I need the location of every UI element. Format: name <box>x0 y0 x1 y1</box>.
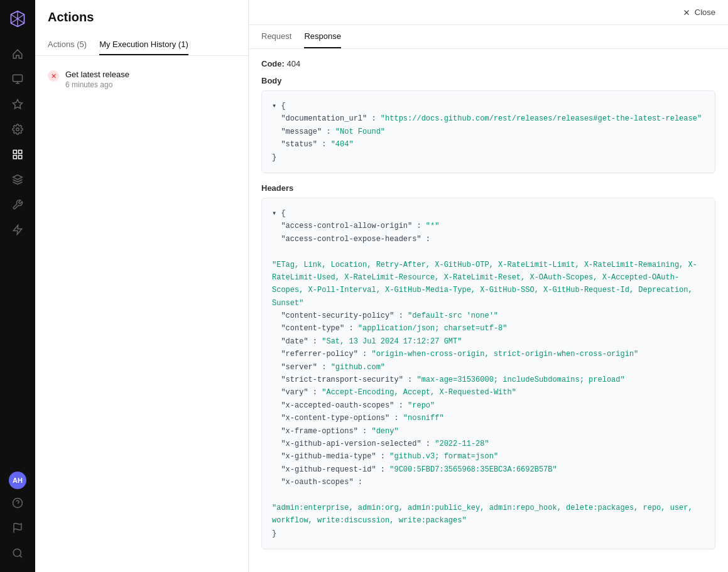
h-aceh-key: "access-control-expose-headers" <box>281 235 421 244</box>
main-content: Actions Actions (5) My Execution History… <box>35 0 728 572</box>
close-button[interactable]: Close <box>682 8 715 17</box>
sidebar-item-build[interactable] <box>6 193 29 216</box>
tab-response[interactable]: Response <box>304 25 341 48</box>
status-code-label: Code: 404 <box>261 59 715 68</box>
h-xgri-val: "9C00:5FBD7:3565968:35EBC3A:6692B57B" <box>389 465 557 474</box>
sidebar-item-settings[interactable] <box>6 118 29 141</box>
left-panel: Actions Actions (5) My Execution History… <box>35 0 249 572</box>
h-rp-key: "referrer-policy" <box>281 350 357 359</box>
body-code-block: ▾ { "documentation_url" : "https://docs.… <box>261 90 715 173</box>
svg-rect-6 <box>13 156 16 159</box>
sidebar-item-deploy[interactable] <box>6 168 29 191</box>
sidebar-item-search[interactable] <box>6 542 29 564</box>
doc-url-val: "https://docs.github.com/rest/releases/r… <box>381 114 702 123</box>
logo[interactable] <box>6 8 29 30</box>
avatar[interactable]: AH <box>9 472 26 489</box>
sidebar-bottom: AH <box>6 472 29 564</box>
h-rp-val: "origin-when-cross-origin, strict-origin… <box>371 350 638 359</box>
list-item[interactable]: ✕ Get latest release 6 minutes ago <box>35 63 248 95</box>
h-csp-val: "default-src 'none'" <box>408 311 498 320</box>
svg-line-12 <box>19 555 21 557</box>
message-val: "Not Found" <box>335 127 385 136</box>
sidebar: AH <box>0 0 35 572</box>
h-acao-val: "*" <box>426 222 440 230</box>
response-content: Code: 404 Body ▾ { "documentation_url" :… <box>249 49 728 572</box>
h-xcto-key: "x-content-type-options" <box>281 414 389 423</box>
action-time: 6 minutes ago <box>65 80 129 89</box>
error-status-icon: ✕ <box>48 70 59 82</box>
left-panel-header: Actions Actions (5) My Execution History… <box>35 0 248 56</box>
headers-label: Headers <box>261 183 715 193</box>
status-val: "404" <box>331 140 354 149</box>
sidebar-item-home[interactable] <box>6 43 29 65</box>
h-xgavs-key: "x-github-api-version-selected" <box>281 440 421 448</box>
right-panel-topbar: Close <box>249 0 728 25</box>
code-key: Code: <box>261 59 285 68</box>
h-vary-key: "vary" <box>281 388 308 397</box>
h-xfo-val: "deny" <box>371 427 398 436</box>
h-vary-val: "Accept-Encoding, Accept, X-Requested-Wi… <box>322 388 516 397</box>
h-xcto-val: "nosniff" <box>403 414 444 423</box>
close-label: Close <box>695 8 715 17</box>
action-info: Get latest release 6 minutes ago <box>65 70 129 89</box>
close-icon <box>682 8 691 17</box>
action-name: Get latest release <box>65 70 129 79</box>
tab-request[interactable]: Request <box>261 25 291 48</box>
h-aceh-val: "ETag, Link, Location, Retry-After, X-Gi… <box>272 259 705 310</box>
svg-marker-7 <box>13 225 22 235</box>
h-ct-key: "content-type" <box>281 324 344 333</box>
page-title: Actions <box>48 10 236 24</box>
sidebar-item-help[interactable] <box>6 492 29 514</box>
h-sts-key: "strict-transport-security" <box>281 375 403 384</box>
h-xgri-key: "x-github-request-id" <box>281 465 376 474</box>
right-panel: Close Request Response Code: 404 Body ▾ … <box>249 0 728 572</box>
svg-point-2 <box>16 128 19 131</box>
h-xos-val: "admin:enterprise, admin:org, admin:publ… <box>272 502 705 527</box>
h-sts-val: "max-age=31536000; includeSubdomains; pr… <box>416 375 624 384</box>
h-xaos-key: "x-accepted-oauth-scopes" <box>281 401 394 410</box>
h-xgmt-val: "github.v3; format=json" <box>389 452 498 461</box>
h-xos-key: "x-oauth-scopes" <box>281 478 353 487</box>
h-csp-key: "content-security-policy" <box>281 311 394 320</box>
h-xgavs-val: "2022-11-28" <box>435 440 489 448</box>
action-list: ✕ Get latest release 6 minutes ago <box>35 56 248 103</box>
svg-rect-5 <box>19 156 22 159</box>
message-key: "message" <box>281 127 322 136</box>
svg-marker-1 <box>13 100 23 109</box>
h-server-key: "server" <box>281 363 317 372</box>
svg-rect-0 <box>13 75 23 82</box>
code-value: 404 <box>286 59 300 68</box>
h-date-key: "date" <box>281 337 308 346</box>
headers-code-block: ▾ { "access-control-allow-origin" : "*" … <box>261 198 715 549</box>
h-ct-val: "application/json; charset=utf-8" <box>358 324 508 333</box>
svg-rect-3 <box>13 150 16 153</box>
sidebar-item-flag[interactable] <box>6 517 29 539</box>
sidebar-item-box[interactable] <box>6 68 29 90</box>
sidebar-item-lightning[interactable] <box>6 219 29 241</box>
sidebar-item-favorites[interactable] <box>6 93 29 116</box>
h-xgmt-key: "x-github-media-type" <box>281 452 376 461</box>
doc-url-key: "documentation_url" <box>281 114 367 123</box>
response-tabs: Request Response <box>249 25 728 49</box>
h-xfo-key: "x-frame-options" <box>281 427 357 436</box>
h-server-val: "github.com" <box>331 363 385 372</box>
h-xaos-val: "repo" <box>408 401 435 410</box>
h-date-val: "Sat, 13 Jul 2024 17:12:27 GMT" <box>322 337 462 346</box>
tab-execution-history[interactable]: My Execution History (1) <box>99 35 188 55</box>
svg-rect-4 <box>19 150 22 153</box>
status-key: "status" <box>281 140 317 149</box>
h-acao-key: "access-control-allow-origin" <box>281 222 412 230</box>
svg-point-11 <box>13 549 21 556</box>
tab-actions[interactable]: Actions (5) <box>48 35 87 55</box>
body-label: Body <box>261 76 715 85</box>
sidebar-item-actions[interactable] <box>6 143 29 166</box>
left-panel-tabs: Actions (5) My Execution History (1) <box>48 35 236 55</box>
